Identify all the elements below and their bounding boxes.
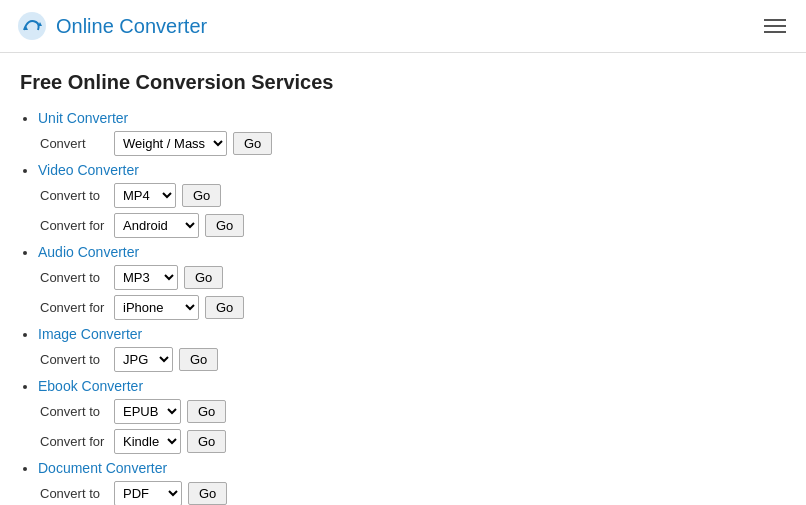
list-item: Video ConverterConvert toMP4AVIMOVWMVMKV… (38, 162, 786, 238)
row-label: Convert for (40, 434, 108, 449)
row-select-3-0[interactable]: JPGPNGGIFBMPTIFF (114, 347, 173, 372)
hamburger-line-2 (764, 25, 786, 27)
row-select-5-0[interactable]: PDFDOCXTXTRTFODT (114, 481, 182, 505)
converter-link-5[interactable]: Document Converter (38, 460, 167, 476)
row-label: Convert for (40, 300, 108, 315)
converter-link-1[interactable]: Video Converter (38, 162, 139, 178)
go-button-0-0[interactable]: Go (233, 132, 272, 155)
row-select-2-1[interactable]: iPhoneAndroidiPadSamsung (114, 295, 199, 320)
main-content: Free Online Conversion Services Unit Con… (0, 53, 806, 505)
go-button-3-0[interactable]: Go (179, 348, 218, 371)
converter-link-3[interactable]: Image Converter (38, 326, 142, 342)
converter-row: Convert toEPUBMOBIPDFAZW3Go (40, 399, 786, 424)
header-left: Online Converter (16, 10, 207, 42)
go-button-4-0[interactable]: Go (187, 400, 226, 423)
page-title: Free Online Conversion Services (20, 71, 786, 94)
row-label: Convert to (40, 404, 108, 419)
go-button-4-1[interactable]: Go (187, 430, 226, 453)
header: Online Converter (0, 0, 806, 53)
converter-link-0[interactable]: Unit Converter (38, 110, 128, 126)
go-button-2-0[interactable]: Go (184, 266, 223, 289)
converter-row: Convert toPDFDOCXTXTRTFODTGo (40, 481, 786, 505)
converter-row: Convert toMP3WAVAACOGGFLACGo (40, 265, 786, 290)
logo-icon (16, 10, 48, 42)
row-label: Convert to (40, 270, 108, 285)
row-label: Convert to (40, 352, 108, 367)
converter-row: Convert forKindleNookKoboiPadGo (40, 429, 786, 454)
row-select-0-0[interactable]: Weight / MassLengthTemperatureAreaVolume (114, 131, 227, 156)
row-label: Convert to (40, 188, 108, 203)
row-select-1-1[interactable]: AndroidiPhoneiPadSamsung (114, 213, 199, 238)
converter-row: ConvertWeight / MassLengthTemperatureAre… (40, 131, 786, 156)
row-select-2-0[interactable]: MP3WAVAACOGGFLAC (114, 265, 178, 290)
go-button-1-0[interactable]: Go (182, 184, 221, 207)
go-button-2-1[interactable]: Go (205, 296, 244, 319)
row-select-4-0[interactable]: EPUBMOBIPDFAZW3 (114, 399, 181, 424)
converter-row: Convert toMP4AVIMOVWMVMKVGo (40, 183, 786, 208)
converter-list: Unit ConverterConvertWeight / MassLength… (20, 110, 786, 505)
hamburger-line-1 (764, 19, 786, 21)
converter-row: Convert toJPGPNGGIFBMPTIFFGo (40, 347, 786, 372)
list-item: Ebook ConverterConvert toEPUBMOBIPDFAZW3… (38, 378, 786, 454)
site-title: Online Converter (56, 15, 207, 38)
converter-row: Convert foriPhoneAndroidiPadSamsungGo (40, 295, 786, 320)
row-label: Convert to (40, 486, 108, 501)
list-item: Audio ConverterConvert toMP3WAVAACOGGFLA… (38, 244, 786, 320)
list-item: Document ConverterConvert toPDFDOCXTXTRT… (38, 460, 786, 505)
go-button-1-1[interactable]: Go (205, 214, 244, 237)
row-select-1-0[interactable]: MP4AVIMOVWMVMKV (114, 183, 176, 208)
list-item: Unit ConverterConvertWeight / MassLength… (38, 110, 786, 156)
converter-link-4[interactable]: Ebook Converter (38, 378, 143, 394)
list-item: Image ConverterConvert toJPGPNGGIFBMPTIF… (38, 326, 786, 372)
go-button-5-0[interactable]: Go (188, 482, 227, 505)
hamburger-line-3 (764, 31, 786, 33)
hamburger-menu[interactable] (760, 15, 790, 37)
row-label: Convert for (40, 218, 108, 233)
row-select-4-1[interactable]: KindleNookKoboiPad (114, 429, 181, 454)
converter-row: Convert forAndroidiPhoneiPadSamsungGo (40, 213, 786, 238)
converter-link-2[interactable]: Audio Converter (38, 244, 139, 260)
row-label: Convert (40, 136, 108, 151)
